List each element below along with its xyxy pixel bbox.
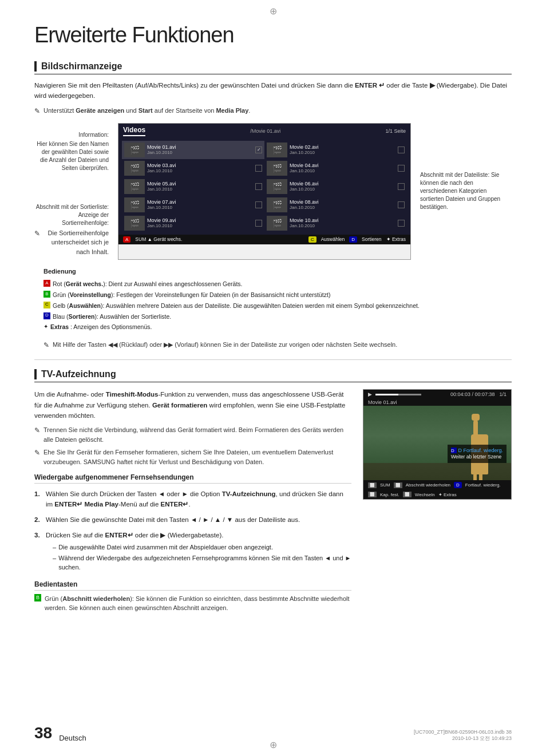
section2-header: TV-Aufzeichnung: [34, 369, 512, 382]
controls-title: Bedienung: [43, 268, 512, 275]
bedientasten-text: B Grün (Abschnitt wiederholen): Sie könn…: [34, 594, 351, 613]
page-title: Erweiterte Funktionen: [34, 23, 512, 48]
section1-intro: Navigieren Sie mit den Pfeiltasten (Auf/…: [34, 80, 512, 101]
tv-thumb: 🎬: [267, 143, 287, 157]
page-language: Deutsch: [59, 734, 86, 742]
tv-thumb: 🎬: [124, 179, 145, 194]
ctrl-red-btn: A: [43, 280, 50, 287]
tv-ui-path: /Movie 01.avi: [250, 128, 280, 134]
section-divider: [34, 359, 512, 360]
tv-thumb: 🎬: [124, 143, 145, 157]
section-bar: [34, 61, 37, 72]
tv-thumb: 🎬: [267, 216, 287, 231]
section2-right: ▶ 00:04:03 / 00:07:38 1/1 Movie 01.avi: [363, 389, 512, 616]
tv-overlay: D D Fortlauf. wiederg. Weiter ab letzter…: [448, 445, 507, 463]
crosshair-bottom-icon: ⊕: [270, 739, 277, 750]
tv-file-item: 🎬 Movie 04.avi Jan.10.2010: [264, 159, 407, 177]
section2-intro: Um die Aufnahme- oder Timeshift-Modus-Fu…: [34, 389, 351, 421]
playback-page: 1/1: [499, 391, 507, 397]
ctrl-yellow: C Gelb (Auswählen): Auswählen mehrere Da…: [43, 301, 512, 311]
tv-file-item: 🎬 Movie 01.avi Jan.10.2010 ✓: [122, 141, 264, 159]
left-annotations: Information: Hier können Sie den Namen d…: [34, 123, 109, 260]
footer-meta: [UC7000_ZT]BN68-02590H-06L03.indb 38 201…: [414, 729, 512, 742]
tv-file-item: 🎬 Movie 09.avi Jan.10.2010: [122, 214, 264, 232]
tv-ui-title: Videos: [123, 126, 145, 136]
head: [472, 414, 480, 421]
right-annotations: Abschnitt mit der Dateiliste: Sie können…: [420, 123, 512, 260]
ctrl-blue-btn: D: [43, 312, 50, 319]
section2-note1: ✎ Trennen Sie nicht die Verbindung, währ…: [34, 425, 351, 444]
ctrl-yellow-btn: C: [43, 302, 50, 308]
left-annotation-info: Information: Hier können Sie den Namen d…: [34, 131, 109, 173]
section2-note2: ✎ Ehe Sie Ihr Gerät für den Fernseher fo…: [34, 448, 351, 466]
tv-ui-screenshot: Videos /Movie 01.avi 1/1 Seite 🎬 Movie 0…: [118, 123, 411, 260]
tv-thumb: 🎬: [124, 216, 145, 231]
controls-area: Bedienung A Rot (Gerät wechs.): Dient zu…: [34, 268, 512, 350]
pencil-icon-5: ✎: [34, 448, 40, 458]
tv-file-item: 🎬 Movie 02.avi Jan.10.2010: [264, 141, 407, 159]
tv-file-item: 🎬 Movie 10.avi Jan.10.2010: [264, 214, 407, 232]
btn-blue: D: [349, 236, 357, 243]
giraffe-bg: D D Fortlauf. wiederg. Weiter ab letzter…: [363, 406, 511, 480]
bedientasten-title: Bedientasten: [34, 580, 351, 591]
ctrl-extras: ✦ Extras : Anzeigen des Optionsmenüs.: [43, 322, 512, 332]
btn-green-icon: B: [34, 594, 41, 602]
progress-bar: [375, 391, 450, 397]
playback-filename: Movie 01.avi: [363, 399, 511, 406]
section1-note2: ✎ Mit Hilfe der Tasten ◀◀ (Rücklauf) ode…: [43, 340, 512, 350]
tv-playback-ui: ▶ 00:04:03 / 00:07:38 1/1 Movie 01.avi: [363, 389, 512, 500]
ground: [363, 463, 511, 480]
tv-thumb: 🎬: [267, 179, 287, 194]
section2-content: Um die Aufnahme- oder Timeshift-Modus-Fu…: [34, 389, 512, 616]
ctrl-green-btn: B: [43, 291, 50, 298]
left-annotation-sort: Abschnitt mit der Sortierliste: Anzeige …: [34, 203, 109, 260]
overlay-sub: Weiter ab letzter Szene: [451, 454, 503, 461]
tv-playback-bottom-bar: ⬜ SUM ⬜ Abschnitt wiederholen D Fortlauf…: [363, 480, 511, 499]
tv-thumb: 🎬: [124, 197, 145, 212]
tv-ui-page: 1/1 Seite: [385, 128, 406, 134]
step-3-subitems: Die ausgewählte Datei wird zusammen mit …: [46, 543, 351, 572]
btn-yellow: C: [308, 236, 316, 243]
step-num: 3.: [34, 531, 42, 573]
ctrl-green: B Grün (Voreinstellung): Festlegen der V…: [43, 290, 512, 300]
section1-title: Bildschirmanzeige: [41, 61, 122, 72]
leg1: [473, 472, 477, 480]
step-num: 1.: [34, 489, 42, 509]
tv-thumb: 🎬: [267, 161, 287, 176]
pencil-icon-3: ✎: [43, 340, 49, 350]
ctrl-red: A Rot (Gerät wechs.): Dient zur Auswahl …: [43, 279, 512, 289]
pencil-icon: ✎: [34, 106, 40, 116]
ctrl-blue: D Blau (Sortieren): Auswählen der Sortie…: [43, 312, 512, 322]
tv-playback-header: ▶ 00:04:03 / 00:07:38 1/1: [363, 390, 511, 399]
step-num: 2.: [34, 515, 42, 525]
section2-left: Um die Aufnahme- oder Timeshift-Modus-Fu…: [34, 389, 351, 616]
btn-red: A: [123, 236, 130, 243]
pencil-icon-4: ✎: [34, 425, 40, 436]
playback-time: 00:04:03 / 00:07:38: [450, 391, 495, 397]
footer-date: 2010-10-13 오전 10:49:23: [414, 735, 512, 742]
leg2: [479, 472, 482, 480]
tv-file-item: 🎬 Movie 03.avi Jan.10.2010: [122, 159, 264, 177]
tv-ui-content: 🎬 Movie 01.avi Jan.10.2010 ✓ 🎬 Movie 02.…: [118, 138, 410, 235]
overlay-title: D D Fortlauf. wiederg.: [451, 447, 503, 454]
section1-header: Bildschirmanzeige: [34, 61, 512, 74]
tv-file-item: 🎬 Movie 06.avi Jan.10.2010: [264, 177, 407, 196]
ui-screenshot-area: Information: Hier können Sie den Namen d…: [34, 123, 512, 260]
sub-item-2: Während der Wiedergabe des aufgezeichnet…: [53, 553, 351, 572]
tv-ui-header: Videos /Movie 01.avi 1/1 Seite: [118, 124, 410, 138]
tv-thumb: 🎬: [124, 161, 145, 176]
crosshair-top-icon: ⊕: [270, 6, 277, 17]
tv-file-item: 🎬 Movie 08.avi Jan.10.2010: [264, 196, 407, 214]
subsection1-title: Wiedergabe aufgenommener Fernsehsendunge…: [34, 473, 351, 484]
section1-note1: ✎ Unterstützt Geräte anzeigen und Start …: [34, 106, 512, 116]
step-2: 2. Wählen Sie die gewünschte Datei mit d…: [34, 515, 351, 525]
tv-file-item: 🎬 Movie 07.avi Jan.10.2010: [122, 196, 264, 214]
section2-bar: [34, 369, 37, 379]
section2-title: TV-Aufzeichnung: [41, 369, 116, 379]
tv-thumb: 🎬: [267, 197, 287, 212]
steps-list: 1. Wählen Sie durch Drücken der Tasten ◄…: [34, 489, 351, 573]
playback-video: D D Fortlauf. wiederg. Weiter ab letzter…: [363, 406, 511, 480]
step-1: 1. Wählen Sie durch Drücken der Tasten ◄…: [34, 489, 351, 509]
controls-list: A Rot (Gerät wechs.): Dient zur Auswahl …: [43, 279, 512, 332]
neck: [473, 420, 478, 436]
